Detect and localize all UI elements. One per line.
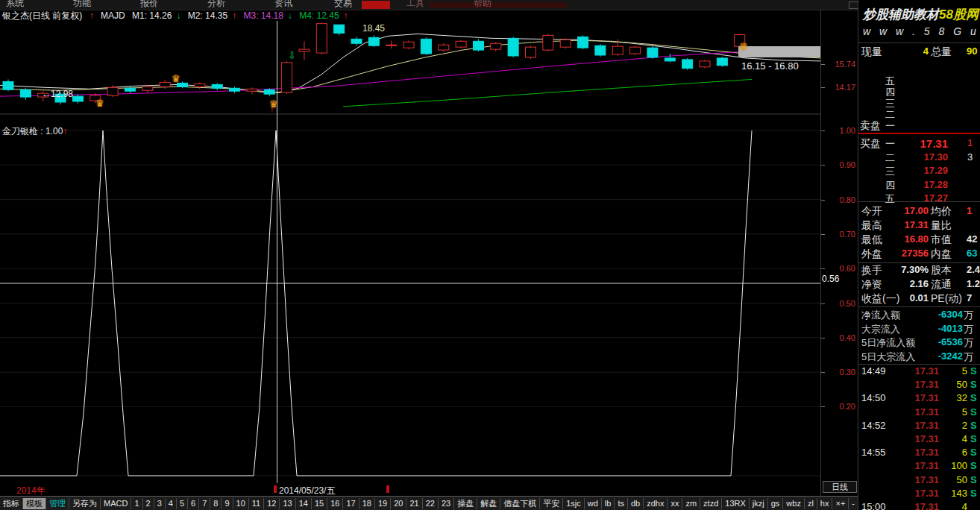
menu-item-3[interactable]: 报价 (140, 0, 158, 10)
quote-value-2: 1 (967, 205, 972, 216)
tab-18[interactable]: 18 (359, 498, 375, 509)
tick-price: 17.31 (891, 460, 939, 471)
quote-row: 外盘27356内盘63 (858, 248, 980, 260)
quote-value-1: 16.80 (888, 233, 929, 245)
tab-平安[interactable]: 平安 (540, 498, 563, 509)
total-vol-label: 总量 (931, 45, 952, 59)
tab-9[interactable]: 9 (222, 498, 233, 509)
tab-指标[interactable]: 指标 (0, 498, 23, 509)
tick-volume: 6 (933, 447, 967, 458)
tab-wd[interactable]: wd (585, 498, 602, 509)
tab-8[interactable]: 8 (210, 498, 222, 509)
section-divider (858, 42, 980, 43)
tab-7[interactable]: 7 (199, 498, 210, 509)
candle-up (560, 40, 571, 47)
tab-zdhx[interactable]: zdhx (644, 498, 668, 509)
tab-11[interactable]: 11 (249, 498, 264, 509)
tab-MACD[interactable]: MACD (101, 498, 131, 509)
tab-1sjc[interactable]: 1sjc (563, 498, 585, 509)
candle-up (90, 95, 101, 101)
tab-13[interactable]: 13 (280, 498, 295, 509)
tab-17[interactable]: 17 (343, 498, 359, 509)
tick-row: 15:0017.314 (858, 501, 980, 510)
buy-row-level: 五 (885, 192, 895, 206)
tick-side-flag: S (970, 365, 977, 377)
quote-value-2: 63 (967, 248, 977, 259)
tab-ts[interactable]: ts (615, 498, 628, 509)
menu-item-1[interactable]: 系统 (6, 0, 24, 10)
date-row: 2014年 2014/05/23/五 (0, 483, 858, 496)
tab-jkzj[interactable]: jkzj (750, 498, 768, 509)
menu-item-7[interactable]: 工具 (406, 0, 424, 10)
tab-gs[interactable]: gs (768, 498, 784, 509)
tick-price: 17.31 (891, 447, 939, 458)
tick-price: 17.31 (891, 420, 939, 431)
menu-item-4[interactable]: 分析 (207, 0, 225, 10)
section-divider (858, 201, 980, 202)
candle-up (439, 45, 449, 50)
flow-value: -3242 (924, 350, 963, 362)
menu-item-6[interactable]: 交易 (334, 0, 352, 10)
quote-label-1: 最低 (861, 233, 882, 247)
tab-14[interactable]: 14 (296, 498, 312, 509)
tab-解盘[interactable]: 解盘 (477, 498, 500, 509)
tab-模板[interactable]: 模板 (23, 498, 46, 509)
tab-另存为[interactable]: 另存为 (69, 498, 101, 509)
menu-item-5[interactable]: 资讯 (274, 0, 292, 10)
quote-label-2: 流通 (931, 278, 952, 292)
candle-down (665, 58, 675, 61)
current-vol-value: 4 (888, 45, 929, 57)
tab-hx[interactable]: hx (817, 498, 833, 509)
tab-2[interactable]: 2 (143, 498, 154, 509)
buy-row-level: 四 (885, 179, 895, 192)
tab-操盘[interactable]: 操盘 (454, 498, 477, 509)
tab-10[interactable]: 10 (233, 498, 249, 509)
tab-zl[interactable]: zl (805, 498, 817, 509)
tab-20[interactable]: 20 (391, 498, 406, 509)
price-and-indicator-chart[interactable] (0, 10, 820, 496)
tick-time: 14:50 (861, 392, 886, 403)
quote-label-1: 净资 (861, 278, 882, 292)
candle-up (282, 63, 292, 92)
tab-22[interactable]: 22 (423, 498, 439, 509)
tab-6[interactable]: 6 (188, 498, 199, 509)
tab-zm[interactable]: zm (682, 498, 700, 509)
tab-db[interactable]: db (628, 498, 644, 509)
tab-管理[interactable]: 管理 (46, 498, 69, 509)
tab-4[interactable]: 4 (166, 498, 177, 509)
quote-value-1: 0.01 (888, 292, 929, 303)
tab-16[interactable]: 16 (327, 498, 343, 509)
tab-13RX[interactable]: 13RX (722, 498, 750, 509)
quote-row: 换手7.30%股本2.4 (858, 264, 980, 277)
candle-down (230, 88, 240, 91)
quote-label-2: 量比 (931, 219, 952, 233)
tab-12[interactable]: 12 (264, 498, 280, 509)
flow-row: 净流入额-6304万 (858, 309, 980, 321)
tick-row: 14:4917.315S (858, 365, 980, 378)
tab-15[interactable]: 15 (312, 498, 327, 509)
tab-1[interactable]: 1 (131, 498, 142, 509)
tab-21[interactable]: 21 (406, 498, 422, 509)
tab-19[interactable]: 19 (375, 498, 391, 509)
tab-wbz[interactable]: wbz (783, 498, 805, 509)
tab-23[interactable]: 23 (439, 498, 454, 509)
tab-ztzd[interactable]: ztzd (700, 498, 722, 509)
tick-side-flag: S (970, 392, 977, 403)
tick-side-flag: S (970, 460, 977, 471)
tick-side-flag: S (970, 474, 977, 485)
menu-item-8[interactable]: 帮助 (474, 0, 491, 10)
tab-3[interactable]: 3 (154, 498, 166, 509)
menu-item-2[interactable]: 功能 (73, 0, 91, 10)
tick-price: 17.31 (891, 474, 939, 485)
crosshair-value-label: 0.56 (822, 274, 839, 284)
tab-lb[interactable]: lb (602, 498, 615, 509)
tab-xx[interactable]: xx (668, 498, 682, 509)
tab-借盘下棋[interactable]: 借盘下棋 (500, 498, 540, 509)
tab-5[interactable]: 5 (177, 498, 188, 509)
tab-×+[interactable]: ×+ (832, 498, 849, 509)
quote-value-1: 7.30% (888, 264, 929, 275)
flow-value: -4013 (924, 323, 963, 334)
flow-label: 5日大宗流入 (861, 350, 915, 364)
flow-row: 5日大宗流入-3242万 (858, 350, 980, 363)
quote-label-2: 市值 (931, 233, 952, 247)
